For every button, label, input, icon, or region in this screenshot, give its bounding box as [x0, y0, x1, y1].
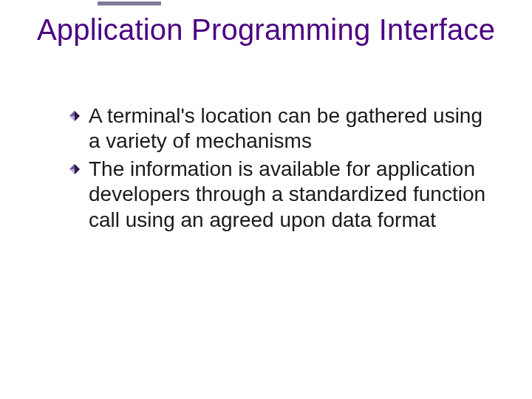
slide: Application Programming Interface A term… [0, 0, 532, 399]
bullet-text: A terminal's location can be gathered us… [89, 104, 482, 152]
list-item: A terminal's location can be gathered us… [69, 103, 488, 154]
svg-marker-2 [69, 111, 75, 116]
diamond-bullet-icon [69, 164, 80, 174]
slide-title: Application Programming Interface [0, 13, 532, 47]
svg-marker-4 [75, 164, 80, 174]
slide-body: A terminal's location can be gathered us… [69, 103, 488, 236]
top-accent-bar [98, 1, 161, 6]
svg-marker-1 [75, 111, 80, 121]
diamond-bullet-icon [69, 111, 80, 121]
list-item: The information is available for applica… [69, 157, 488, 232]
svg-marker-5 [69, 164, 75, 169]
bullet-text: The information is available for applica… [89, 157, 485, 231]
